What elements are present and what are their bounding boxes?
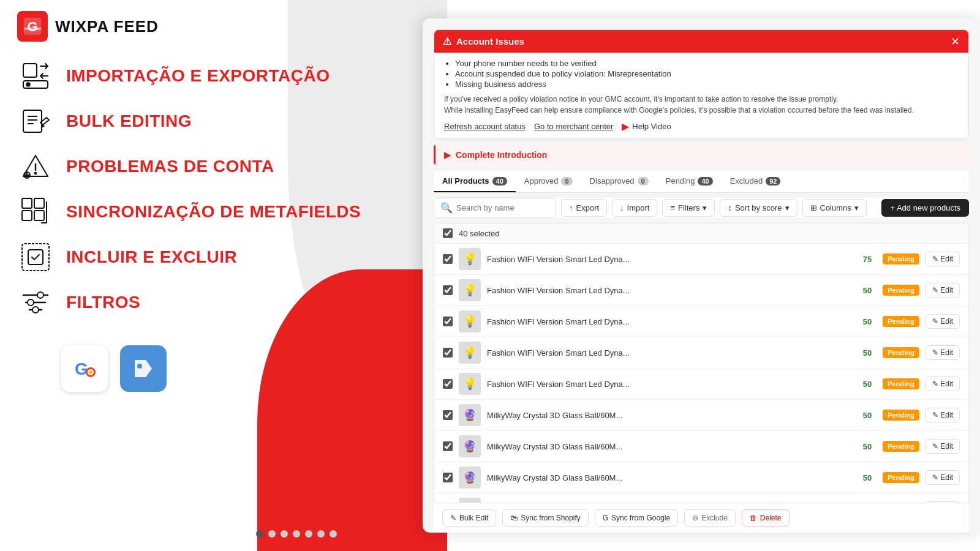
account-issues-banner: ⚠ Account Issues ✕ Your phone number nee… [434, 29, 969, 139]
score-7: 50 [858, 442, 876, 451]
product-name-5: Fashion WIFI Version Smart Led Dyna... [487, 380, 852, 389]
issue-item-3: Missing business address [455, 80, 959, 89]
sync-google-button[interactable]: G Sync from Google [595, 509, 678, 527]
product-thumb-4: 💡 [459, 342, 481, 364]
filters-label: Filters [678, 203, 699, 212]
product-name-6: MilkyWay Crystal 3D Glass Ball/60M... [487, 411, 852, 420]
row-checkbox-7[interactable] [443, 441, 453, 451]
export-icon: ↑ [569, 203, 573, 212]
svg-point-16 [28, 299, 34, 305]
issues-title: Account Issues [456, 36, 524, 47]
issues-header-left: ⚠ Account Issues [443, 36, 524, 47]
tab-excluded[interactable]: Excluded 92 [722, 171, 790, 192]
product-name-7: MilkyWay Crystal 3D Glass Ball/60M... [487, 442, 852, 451]
dot-5[interactable] [305, 530, 312, 538]
tab-excluded-badge: 92 [766, 177, 780, 186]
tab-excluded-label: Excluded [730, 176, 763, 186]
sidebar-item-filters[interactable]: FILTROS [18, 285, 447, 320]
import-label: Import [627, 203, 650, 212]
tab-disapproved-badge: 0 [638, 177, 649, 186]
sync-shopify-button[interactable]: 🛍 Sync from Shopify [502, 509, 588, 527]
product-name-1: Fashion WIFI Version Smart Led Dyna... [487, 255, 852, 264]
edit-button-7[interactable]: ✎ Edit [925, 439, 960, 454]
tab-approved[interactable]: Approved 0 [516, 171, 581, 192]
filters-chevron-icon: ▾ [703, 203, 707, 212]
logo-icon: G [21, 15, 43, 37]
help-video-button[interactable]: ▶ Help Video [622, 121, 671, 132]
issue-item-1: Your phone number needs to be verified [455, 59, 959, 68]
delete-button[interactable]: 🗑 Delete [742, 509, 790, 527]
close-issues-button[interactable]: ✕ [951, 36, 960, 47]
sidebar-item-bulk-editing[interactable]: BULK EDITING [18, 104, 447, 138]
edit-button-3[interactable]: ✎ Edit [925, 314, 960, 329]
toolbar: 🔍 ↑ Export ↓ Import ≡ Filters ▾ ↕ Sort b… [434, 198, 969, 218]
include-exclude-icon [18, 240, 53, 274]
svg-rect-12 [34, 211, 44, 220]
dot-6[interactable] [317, 530, 325, 538]
add-products-button[interactable]: + Add new products [881, 199, 969, 217]
edit-button-1[interactable]: ✎ Edit [925, 252, 960, 266]
status-4: Pending [883, 347, 919, 358]
sidebar-label-metafields: SINCRONIZAÇÃO DE METAFIELDS [66, 202, 361, 222]
bulk-edit-button[interactable]: ✎ Bulk Edit [442, 509, 496, 527]
columns-icon: ⊞ [810, 203, 817, 212]
edit-button-2[interactable]: ✎ Edit [925, 283, 960, 298]
product-name-2: Fashion WIFI Version Smart Led Dyna... [487, 286, 852, 295]
table-row: 💡 Fashion WIFI Version Smart Led Dyna...… [434, 306, 968, 337]
dot-3[interactable] [281, 530, 288, 538]
status-6: Pending [883, 410, 919, 421]
score-4: 50 [858, 348, 876, 358]
sidebar-label-account-issues: PROBLEMAS DE CONTA [66, 157, 274, 176]
sidebar-item-metafields[interactable]: SINCRONIZAÇÃO DE METAFIELDS [18, 195, 447, 229]
search-box[interactable]: 🔍 [434, 198, 556, 218]
sync-shopify-label: Sync from Shopify [521, 514, 580, 522]
complete-intro-label: Complete Introduction [456, 150, 547, 160]
filters-icon [18, 285, 53, 320]
svg-point-7 [35, 173, 37, 174]
status-2: Pending [883, 285, 919, 296]
edit-button-8[interactable]: ✎ Edit [925, 470, 960, 485]
complete-intro-bar[interactable]: ▶ Complete Introduction [434, 145, 969, 165]
search-input[interactable] [456, 203, 549, 212]
exclude-button[interactable]: ⊖ Exclude [684, 509, 736, 527]
sidebar-item-account-issues[interactable]: PROBLEMAS DE CONTA [18, 149, 447, 184]
svg-text:G: G [75, 359, 88, 378]
row-checkbox-6[interactable] [443, 410, 453, 420]
dot-7[interactable] [330, 530, 337, 538]
tab-pending-badge: 40 [698, 177, 712, 186]
import-button[interactable]: ↓ Import [612, 199, 657, 217]
issues-list: Your phone number needs to be verified A… [444, 59, 959, 89]
issues-body: Your phone number needs to be verified A… [434, 53, 968, 138]
issues-header: ⚠ Account Issues ✕ [434, 30, 968, 53]
table-row: 💡 Fashion WIFI Version Smart Led Dyna...… [434, 369, 968, 400]
export-button[interactable]: ↑ Export [561, 199, 607, 217]
tab-approved-label: Approved [524, 176, 559, 186]
dot-2[interactable] [268, 530, 276, 538]
sidebar-item-include-exclude[interactable]: INCLUIR E EXCLUIR [18, 240, 447, 274]
filter-icon: ≡ [670, 203, 675, 212]
product-name-4: Fashion WIFI Version Smart Led Dyna... [487, 348, 852, 358]
edit-button-4[interactable]: ✎ Edit [925, 345, 960, 360]
dot-4[interactable] [293, 530, 300, 538]
refresh-account-button[interactable]: Refresh account status [444, 122, 526, 131]
product-thumb-2: 💡 [459, 279, 481, 301]
product-thumb-5: 💡 [459, 373, 481, 395]
row-checkbox-8[interactable] [443, 473, 453, 482]
edit-button-5[interactable]: ✎ Edit [925, 377, 960, 391]
status-7: Pending [883, 441, 919, 452]
merchant-center-button[interactable]: Go to merchant center [534, 122, 613, 131]
tab-pending[interactable]: Pending 40 [657, 171, 722, 192]
product-thumb-1: 💡 [459, 248, 481, 270]
dot-1[interactable] [256, 530, 263, 538]
filters-button[interactable]: ≡ Filters ▾ [662, 199, 715, 217]
sort-icon: ↕ [728, 203, 732, 212]
tab-disapproved[interactable]: Disapproved 0 [581, 171, 657, 192]
columns-button[interactable]: ⊞ Columns ▾ [802, 199, 867, 217]
sidebar-item-import-export[interactable]: IMPORTAÇÃO E EXPORTAÇÃO [18, 59, 447, 93]
selected-count: 40 selected [459, 229, 500, 238]
status-3: Pending [883, 316, 919, 327]
table-row: 🔮 MilkyWay Crystal 3D Glass Ball/60M... … [434, 462, 968, 493]
sort-button[interactable]: ↕ Sort by score ▾ [720, 199, 797, 217]
edit-button-6[interactable]: ✎ Edit [925, 408, 960, 422]
import-export-icon [18, 59, 53, 93]
